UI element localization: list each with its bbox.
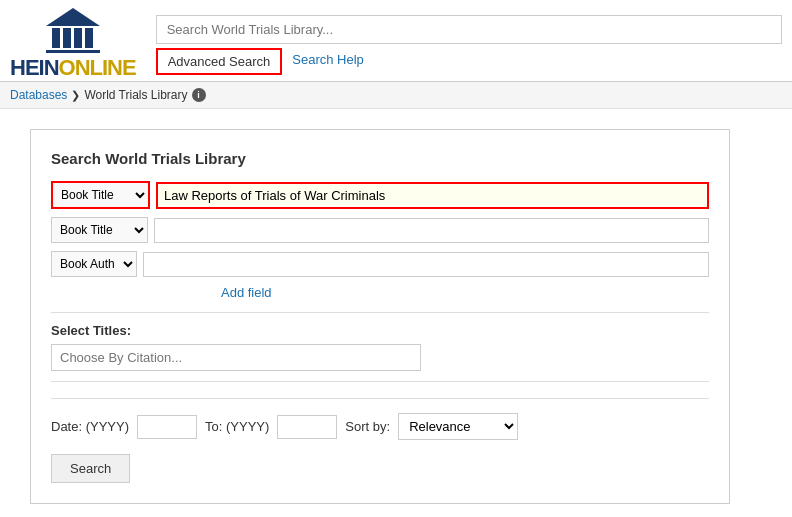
header: HEIN ONLINE Advanced Search Search Help [0, 0, 792, 82]
info-icon[interactable]: i [192, 88, 206, 102]
field-select-2[interactable]: Book Title Book Author Full Text [51, 217, 148, 243]
logo-online: ONLINE [59, 55, 136, 81]
logo-base [46, 50, 100, 53]
search-box: Search World Trials Library Book Title B… [30, 129, 730, 504]
field-row-1: Book Title Book Author Full Text [51, 181, 709, 209]
logo-hein: HEIN [10, 55, 59, 81]
date-label: Date: (YYYY) [51, 419, 129, 434]
main-search-input[interactable] [156, 15, 782, 44]
search-links: Advanced Search Search Help [156, 48, 782, 75]
field-row-3: Book Auth Book Title Full Text [51, 251, 709, 277]
search-help-link[interactable]: Search Help [282, 48, 374, 75]
breadcrumb-databases[interactable]: Databases [10, 88, 67, 102]
select-titles-label: Select Titles: [51, 323, 709, 338]
breadcrumb-separator: ❯ [71, 89, 80, 102]
date-to-input[interactable] [277, 415, 337, 439]
field-row-2: Book Title Book Author Full Text [51, 217, 709, 243]
breadcrumb-current: World Trials Library [84, 88, 187, 102]
divider-2 [51, 381, 709, 382]
main-content: Search World Trials Library Book Title B… [0, 109, 792, 517]
logo-columns [45, 28, 100, 48]
logo-triangle [46, 8, 100, 26]
breadcrumb: Databases ❯ World Trials Library i [0, 82, 792, 109]
divider-1 [51, 312, 709, 313]
date-from-input[interactable] [137, 415, 197, 439]
logo-area[interactable]: HEIN ONLINE [10, 8, 136, 81]
sort-select[interactable]: Relevance Date Ascending Date Descending… [398, 413, 518, 440]
logo-image [45, 8, 100, 53]
search-area: Advanced Search Search Help [156, 15, 782, 75]
date-sort-row: Date: (YYYY) To: (YYYY) Sort by: Relevan… [51, 398, 709, 440]
add-field-link[interactable]: Add field [221, 285, 709, 300]
to-label: To: (YYYY) [205, 419, 269, 434]
field-input-3[interactable] [143, 252, 709, 277]
advanced-search-link[interactable]: Advanced Search [156, 48, 283, 75]
search-button[interactable]: Search [51, 454, 130, 483]
field-select-1[interactable]: Book Title Book Author Full Text [51, 181, 150, 209]
field-select-3[interactable]: Book Auth Book Title Full Text [51, 251, 137, 277]
search-box-title: Search World Trials Library [51, 150, 709, 167]
citation-input[interactable] [51, 344, 421, 371]
field-input-1[interactable] [156, 182, 709, 209]
field-input-2[interactable] [154, 218, 709, 243]
sort-label: Sort by: [345, 419, 390, 434]
